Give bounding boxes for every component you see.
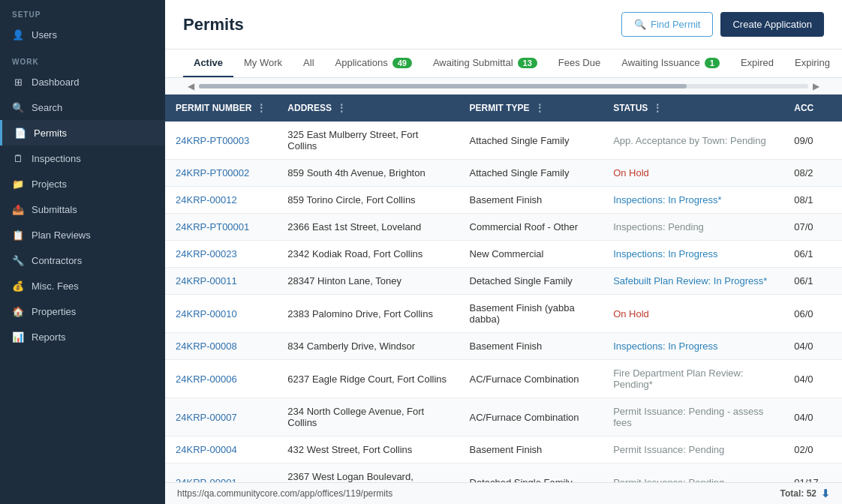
status-cell: On Hold [603, 160, 783, 187]
dashboard-icon: ⊞ [12, 76, 24, 88]
tab-expiring[interactable]: Expiring [784, 50, 840, 77]
sidebar-item-label: Submittals [32, 204, 77, 215]
permit-number-cell: 24KRP-00012 [165, 187, 277, 214]
status-cell: App. Acceptance by Town: Pending [603, 122, 783, 160]
permit-link[interactable]: 24KRP-00008 [176, 340, 237, 352]
sidebar-item-label: Permits [34, 128, 67, 139]
sidebar-item-permits[interactable]: 📄 Permits [0, 120, 165, 146]
tabs-container: ActiveMy WorkAllApplications49Awaiting S… [165, 50, 842, 78]
permit-type-cell: New Commercial [459, 241, 603, 268]
sidebar-item-misc-fees[interactable]: 💰 Misc. Fees [0, 273, 165, 298]
permit-number-cell: 24KRP-00001 [165, 464, 277, 483]
address-menu-icon[interactable]: ⋮ [336, 102, 347, 114]
address-cell: 2366 East 1st Street, Loveland [277, 214, 459, 241]
sidebar-section-setup: SETUP [0, 0, 165, 22]
permit-type-cell: Basement Finish [459, 333, 603, 360]
acc-cell: 07/0 [783, 214, 842, 241]
permit-link[interactable]: 24KRP-PT00003 [176, 135, 249, 146]
page-header: Permits 🔍 Find Permit Create Application [165, 0, 842, 50]
search-icon: 🔍 [634, 19, 646, 30]
sidebar-item-reports[interactable]: 📊 Reports [0, 324, 165, 350]
permit-link[interactable]: 24KRP-PT00002 [176, 167, 249, 178]
permit-link[interactable]: 24KRP-00023 [176, 248, 237, 260]
permit-type-cell: Commercial Roof - Other [459, 214, 603, 241]
permit-number-menu-icon[interactable]: ⋮ [256, 102, 266, 114]
acc-cell: 06/0 [783, 295, 842, 333]
address-cell: 6237 Eagle Ridge Court, Fort Collins [277, 360, 459, 398]
table-row: 24KRP-00004432 West Street, Fort Collins… [165, 436, 842, 464]
search-icon: 🔍 [12, 101, 24, 113]
status-cell: Safebuilt Plan Review: In Progress* [603, 268, 783, 295]
create-application-button[interactable]: Create Application [720, 12, 824, 37]
status-cell: Inspections: In Progress* [603, 187, 783, 214]
address-cell: 432 West Street, Fort Collins [277, 436, 459, 464]
status-cell: Inspections: Pending [603, 214, 783, 241]
address-cell: 2342 Kodiak Road, Fort Collins [277, 241, 459, 268]
total-label: Total: 52 [780, 488, 816, 499]
sidebar-item-label: Dashboard [32, 76, 80, 88]
permit-number-cell: 24KRP-00008 [165, 333, 277, 360]
table-header: PERMIT NUMBER ⋮ ADDRESS ⋮ PERMIT TYPE [165, 94, 842, 122]
sidebar-item-inspections[interactable]: 🗒 Inspections [0, 146, 165, 171]
status-menu-icon[interactable]: ⋮ [652, 102, 663, 114]
permit-link[interactable]: 24KRP-00001 [176, 477, 237, 483]
header-actions: 🔍 Find Permit Create Application [621, 12, 824, 37]
sidebar-item-properties[interactable]: 🏠 Properties [0, 298, 165, 324]
misc-fees-icon: 💰 [12, 280, 24, 292]
tab-all[interactable]: All [293, 50, 324, 77]
permit-number-cell: 24KRP-PT00001 [165, 214, 277, 241]
permit-link[interactable]: 24KRP-00010 [176, 308, 237, 320]
permit-number-cell: 24KRP-PT00003 [165, 122, 277, 160]
tab-expired[interactable]: Expired [730, 50, 784, 77]
permit-link[interactable]: 24KRP-PT00001 [176, 221, 249, 232]
footer-total: Total: 52 ⬇ [780, 488, 830, 500]
table-row: 24KRP-000232342 Kodiak Road, Fort Collin… [165, 241, 842, 268]
find-permit-button[interactable]: 🔍 Find Permit [621, 12, 713, 37]
table-row: 24KRP-00012859 Torino Circle, Fort Colli… [165, 187, 842, 214]
sidebar-item-submittals[interactable]: 📤 Submittals [0, 196, 165, 222]
page-title: Permits [183, 15, 244, 34]
permit-link[interactable]: 24KRP-00007 [176, 412, 237, 423]
address-cell: 28347 Hinton Lane, Toney [277, 268, 459, 295]
tab-applications[interactable]: Applications49 [325, 50, 423, 77]
tab-awaiting-submittal[interactable]: Awaiting Submittal13 [423, 50, 548, 77]
status-cell: Permit Issuance: Pending [603, 464, 783, 483]
permits-icon: 📄 [14, 127, 26, 139]
sidebar-item-users[interactable]: 👤 Users [0, 22, 165, 47]
permit-type-cell: Detached Single Family [459, 268, 603, 295]
sidebar-item-plan-reviews[interactable]: 📋 Plan Reviews [0, 222, 165, 248]
scroll-left-arrow[interactable]: ◀ [183, 81, 199, 92]
permit-type-menu-icon[interactable]: ⋮ [534, 102, 545, 114]
sidebar-item-contractors[interactable]: 🔧 Contractors [0, 248, 165, 273]
address-cell: 859 South 4th Avenue, Brighton [277, 160, 459, 187]
sidebar-item-label: Search [32, 102, 62, 113]
table-row: 24KRP-00008834 Camberly Drive, WindsorBa… [165, 333, 842, 360]
permit-link[interactable]: 24KRP-00012 [176, 194, 237, 206]
sidebar-item-label: Reports [32, 332, 66, 343]
tab-awaiting-issuance[interactable]: Awaiting Issuance1 [611, 50, 730, 77]
permit-link[interactable]: 24KRP-00006 [176, 374, 237, 385]
tab-active[interactable]: Active [183, 50, 233, 77]
permit-type-cell: Attached Single Family [459, 160, 603, 187]
download-icon[interactable]: ⬇ [821, 488, 830, 500]
col-header-permit-number: PERMIT NUMBER ⋮ [165, 94, 277, 122]
permit-number-cell: 24KRP-00011 [165, 268, 277, 295]
tab-my-work[interactable]: My Work [233, 50, 293, 77]
table-row: 24KRP-000066237 Eagle Ridge Court, Fort … [165, 360, 842, 398]
sidebar-item-dashboard[interactable]: ⊞ Dashboard [0, 69, 165, 94]
acc-cell: 06/1 [783, 268, 842, 295]
tab-fees-due[interactable]: Fees Due [548, 50, 611, 77]
tab-badge-awaiting-issuance: 1 [705, 58, 720, 68]
permit-link[interactable]: 24KRP-00011 [176, 275, 237, 286]
sidebar-item-label: Users [32, 29, 57, 40]
permit-type-cell: Detached Single Family [459, 464, 603, 483]
sidebar-item-projects[interactable]: 📁 Projects [0, 171, 165, 196]
user-icon: 👤 [12, 28, 24, 40]
acc-cell: 06/1 [783, 241, 842, 268]
scroll-right-arrow[interactable]: ▶ [808, 81, 824, 92]
sidebar-item-search[interactable]: 🔍 Search [0, 94, 165, 120]
permit-type-cell: AC/Furnace Combination [459, 360, 603, 398]
table-row: 24KRP-000012367 West Logan Boulevard, Ch… [165, 464, 842, 483]
permit-number-cell: 24KRP-PT00002 [165, 160, 277, 187]
permit-link[interactable]: 24KRP-00004 [176, 444, 237, 455]
